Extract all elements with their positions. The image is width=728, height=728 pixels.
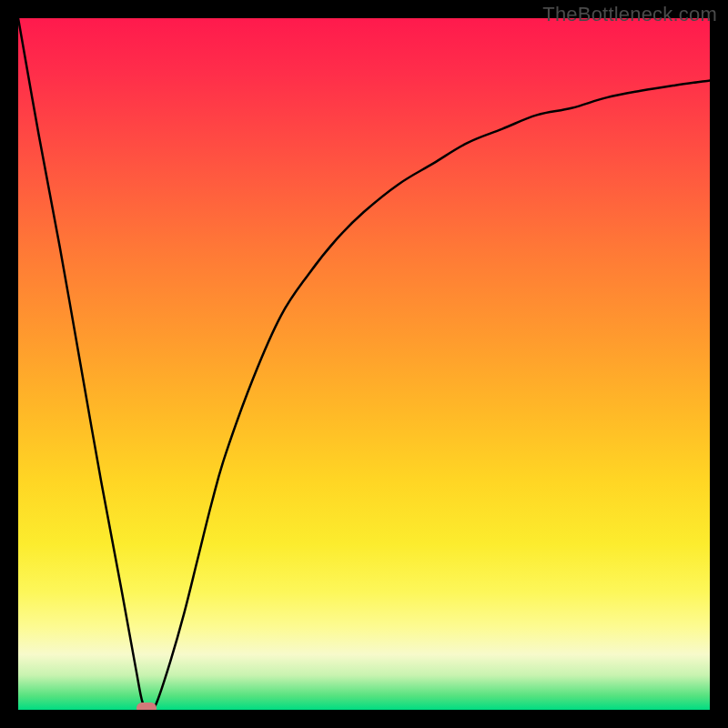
plot-area xyxy=(18,18,710,710)
bottleneck-marker-icon xyxy=(136,703,157,710)
watermark-text: TheBottleneck.com xyxy=(542,3,717,26)
chart-frame: TheBottleneck.com xyxy=(0,0,728,728)
bottleneck-curve xyxy=(18,18,710,710)
